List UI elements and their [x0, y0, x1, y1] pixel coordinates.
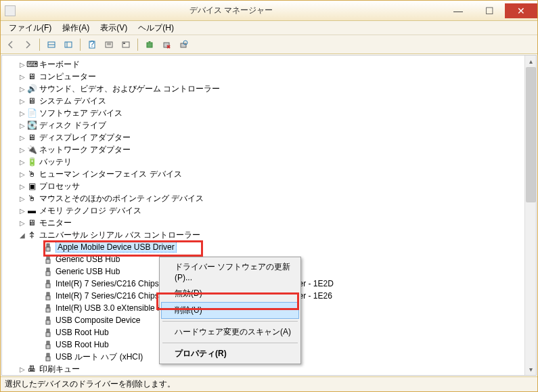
- tree-item-apple-usb-driver[interactable]: Apple Mobile Device USB Driver: [6, 241, 536, 253]
- tree-item[interactable]: ▷🖱マウスとそのほかのポインティング デバイス: [6, 192, 536, 204]
- svg-rect-2: [65, 42, 72, 47]
- ctx-update-driver[interactable]: ドライバー ソフトウェアの更新(P)...: [161, 259, 299, 285]
- computer-icon: 🖥: [26, 71, 37, 82]
- sound-icon: 🔊: [26, 83, 37, 94]
- svg-rect-20: [46, 271, 50, 276]
- svg-rect-15: [47, 244, 49, 247]
- close-button[interactable]: ✕: [505, 3, 537, 18]
- menu-view[interactable]: 表示(V): [95, 21, 133, 35]
- ctx-uninstall[interactable]: 削除(U): [161, 302, 299, 319]
- toolbar-uninstall-button[interactable]: [159, 37, 174, 52]
- usb-device-icon: [43, 327, 53, 338]
- usb-device-icon: [43, 315, 53, 326]
- expand-icon[interactable]: ▷: [18, 366, 26, 373]
- tree-item[interactable]: ▷▬メモリ テクノロジ デバイス: [6, 204, 536, 217]
- usb-device-icon: [43, 290, 53, 301]
- toolbar-separator: [39, 39, 40, 51]
- expand-icon[interactable]: ▷: [18, 207, 26, 215]
- app-icon: [5, 5, 16, 16]
- tree-item[interactable]: ▷🔌ネットワーク アダプター: [6, 144, 536, 156]
- expand-icon[interactable]: ▷: [18, 85, 26, 93]
- expand-icon[interactable]: ▷: [18, 134, 26, 141]
- usb-device-icon: [43, 266, 53, 277]
- ctx-properties[interactable]: プロパティ(R): [161, 345, 299, 362]
- toolbar-update-driver-button[interactable]: [142, 37, 157, 52]
- maximize-button[interactable]: ☐: [474, 3, 505, 18]
- tree-item[interactable]: ▷🖥コンピューター: [6, 70, 536, 83]
- tree-item[interactable]: ▷🖥モニター: [6, 217, 536, 229]
- expand-icon[interactable]: ▷: [18, 122, 26, 129]
- vertical-scrollbar[interactable]: ▴ ▾: [524, 56, 536, 375]
- system-icon: 🖥: [26, 95, 37, 106]
- expand-icon[interactable]: ▷: [18, 183, 26, 190]
- tree-item[interactable]: ▷🔋バッテリ: [6, 156, 536, 168]
- ctx-separator: [162, 343, 298, 343]
- tree-item[interactable]: ▷🖥システム デバイス: [6, 95, 536, 107]
- toolbar-properties-button[interactable]: [102, 37, 116, 52]
- tree-item[interactable]: ▷💽ディスク ドライブ: [6, 119, 536, 131]
- usb-device-icon: [43, 242, 53, 253]
- tree-item[interactable]: ▷⌨キーボード: [6, 58, 536, 70]
- collapse-icon[interactable]: ◢: [18, 232, 26, 239]
- expand-icon[interactable]: ▷: [18, 97, 26, 105]
- tree-item-usb-category[interactable]: ◢ユニバーサル シリアル バス コントローラー: [6, 229, 536, 241]
- toolbar-separator: [137, 39, 138, 51]
- svg-rect-18: [46, 259, 50, 263]
- toolbar: ?: [1, 35, 537, 54]
- expand-icon[interactable]: ▷: [18, 146, 26, 154]
- tree-item[interactable]: ▷📄ソフトウェア デバイス: [6, 107, 536, 119]
- svg-rect-30: [46, 332, 50, 336]
- svg-rect-22: [46, 284, 50, 288]
- svg-rect-34: [46, 357, 50, 361]
- menu-help[interactable]: ヘルプ(H): [133, 21, 179, 35]
- tree-item[interactable]: ▷🖶印刷キュー: [6, 363, 536, 375]
- tree-item[interactable]: ▷🖥ディスプレイ アダプター: [6, 131, 536, 144]
- toolbar-help-button[interactable]: ?: [85, 37, 99, 52]
- usb-device-icon: [43, 351, 53, 362]
- expand-icon[interactable]: ▷: [18, 195, 26, 202]
- toolbar-show-hidden-button[interactable]: [44, 37, 59, 52]
- toolbar-details-button[interactable]: [118, 37, 133, 52]
- toolbar-forward-button[interactable]: [20, 37, 35, 52]
- menu-action[interactable]: 操作(A): [57, 21, 95, 35]
- svg-rect-13: [181, 43, 186, 47]
- svg-rect-17: [47, 256, 49, 259]
- software-icon: 📄: [26, 108, 37, 118]
- context-menu: ドライバー ソフトウェアの更新(P)... 無効(D) 削除(U) ハードウェア…: [159, 257, 301, 364]
- menubar: ファイル(F) 操作(A) 表示(V) ヘルプ(H): [1, 21, 537, 35]
- scroll-down-icon[interactable]: ▾: [525, 364, 536, 375]
- ctx-scan-hardware[interactable]: ハードウェア変更のスキャン(A): [161, 324, 299, 341]
- minimize-button[interactable]: —: [443, 3, 474, 18]
- svg-rect-33: [47, 353, 49, 357]
- expand-icon[interactable]: ▷: [18, 110, 26, 117]
- ctx-disable[interactable]: 無効(D): [161, 285, 299, 302]
- svg-rect-21: [47, 280, 49, 284]
- status-text: 選択したデバイスのドライバーを削除します。: [5, 378, 175, 390]
- menu-file[interactable]: ファイル(F): [3, 21, 57, 35]
- tree-item[interactable]: ▷▣プロセッサ: [6, 180, 536, 192]
- mouse-icon: 🖱: [26, 193, 37, 204]
- expand-icon[interactable]: ▷: [18, 61, 26, 68]
- hid-icon: 🖱: [26, 169, 37, 179]
- svg-rect-28: [46, 320, 50, 324]
- toolbar-scan-button[interactable]: [176, 37, 191, 52]
- toolbar-back-button[interactable]: [3, 37, 18, 52]
- scroll-up-icon[interactable]: ▴: [525, 56, 536, 67]
- ctx-separator: [162, 321, 298, 322]
- device-manager-window: デバイス マネージャー — ☐ ✕ ファイル(F) 操作(A) 表示(V) ヘル…: [0, 0, 538, 392]
- expand-icon[interactable]: ▷: [18, 171, 26, 178]
- tree-item[interactable]: ▷🖱ヒューマン インターフェイス デバイス: [6, 168, 536, 180]
- toolbar-view-button[interactable]: [61, 37, 76, 52]
- svg-rect-16: [46, 247, 50, 251]
- expand-icon[interactable]: ▷: [18, 158, 26, 166]
- expand-icon[interactable]: ▷: [18, 219, 26, 227]
- scroll-thumb[interactable]: [526, 67, 536, 202]
- usb-device-icon: [43, 254, 53, 265]
- tree-item[interactable]: ▷🔊サウンド、ビデオ、およびゲーム コントローラー: [6, 83, 536, 95]
- expand-icon[interactable]: ▷: [18, 73, 26, 81]
- svg-rect-29: [47, 329, 49, 332]
- network-icon: 🔌: [26, 144, 37, 155]
- svg-rect-26: [46, 308, 50, 312]
- usb-device-icon: [43, 278, 53, 289]
- window-title: デバイス マネージャー: [20, 5, 443, 16]
